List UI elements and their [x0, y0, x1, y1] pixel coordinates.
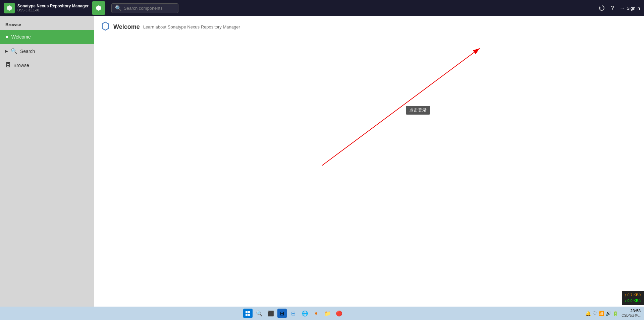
taskbar-shield-icon[interactable]: 🛡 [592, 311, 597, 316]
taskbar-chrome-icon[interactable]: ● [312, 309, 321, 318]
taskbar-battery-icon[interactable]: 🔋 [612, 311, 618, 316]
navbar: Sonatype Nexus Repository Manager OSS 3.… [0, 0, 644, 16]
taskbar-notification-icon[interactable]: 🔔 [585, 311, 591, 316]
taskbar-network-icon[interactable]: 📶 [598, 311, 604, 316]
sign-in-icon: → [620, 5, 625, 11]
taskbar-volume-icon[interactable]: 🔊 [605, 311, 611, 316]
taskbar: 🔍 ⬛ ⊞ ⊟ 🌐 ● 📁 🔴 🔔 🛡 📶 🔊 🔋 23:58 CSDN@任..… [0, 307, 644, 320]
brand-text: Sonatype Nexus Repository Manager OSS 3.… [17, 4, 89, 12]
taskbar-windows-icon[interactable] [243, 309, 253, 318]
refresh-button[interactable] [598, 5, 605, 11]
taskbar-app-icon[interactable]: 🔴 [334, 309, 344, 318]
main-layout: Browse ● Welcome ▶ 🔍 Search 🗄 Browse Wel… [0, 16, 644, 307]
search-icon: 🔍 [115, 5, 122, 11]
page-title: Welcome [113, 23, 140, 30]
annotation-callout: 点击登录 [406, 106, 430, 115]
expand-icon: ▶ [5, 49, 8, 53]
annotation-svg [94, 38, 644, 307]
svg-rect-1 [246, 311, 248, 313]
taskbar-time: 23:58 [622, 309, 641, 313]
annotation-line [322, 48, 480, 166]
svg-rect-3 [246, 314, 248, 316]
sidebar-item-label-search: Search [20, 49, 35, 54]
brand: Sonatype Nexus Repository Manager OSS 3.… [4, 3, 89, 13]
taskbar-search-icon[interactable]: 🔍 [255, 309, 264, 318]
taskbar-sys-icons: 🔔 🛡 📶 🔊 🔋 [585, 311, 618, 316]
content-body: 1 点击登录 [94, 38, 644, 307]
taskbar-widgets-icon[interactable]: ⊞ [277, 309, 287, 318]
search-icon: 🔍 [11, 48, 17, 54]
svg-rect-4 [248, 314, 250, 316]
taskbar-folder-icon[interactable]: 📁 [323, 309, 332, 318]
taskbar-icons: 🔍 ⬛ ⊞ ⊟ 🌐 ● 📁 🔴 [3, 309, 583, 318]
sign-in-button[interactable]: → Sign in [620, 5, 640, 11]
nav-right: ? → Sign in [598, 5, 640, 12]
content-header: Welcome Learn about Sonatype Nexus Repos… [94, 16, 644, 38]
sidebar-item-browse[interactable]: 🗄 Browse [0, 58, 94, 72]
search-bar[interactable]: 🔍 [111, 3, 178, 13]
browse-icon: 🗄 [5, 62, 11, 68]
brand-title: Sonatype Nexus Repository Manager [17, 4, 89, 8]
sidebar-item-label-welcome: Welcome [11, 34, 31, 40]
download-speed: ↓ 0.0 KB/s [625, 298, 641, 304]
annotation-callout-group: 1 点击登录 [406, 107, 413, 114]
main-content: Welcome Learn about Sonatype Nexus Repos… [94, 16, 644, 307]
sidebar-item-search[interactable]: ▶ 🔍 Search [0, 44, 94, 58]
sidebar-item-welcome[interactable]: ● Welcome [0, 30, 94, 44]
taskbar-edge-icon[interactable]: 🌐 [300, 309, 310, 318]
brand-icon [4, 3, 15, 13]
page-subtitle: Learn about Sonatype Nexus Repository Ma… [143, 24, 240, 29]
sidebar-section-title: Browse [0, 19, 94, 30]
taskbar-label: CSDN@任... [622, 313, 641, 318]
sidebar-item-label-browse: Browse [13, 63, 29, 68]
sidebar: Browse ● Welcome ▶ 🔍 Search 🗄 Browse [0, 16, 94, 307]
sign-in-label: Sign in [627, 6, 640, 11]
nav-cube-button[interactable] [92, 1, 105, 15]
taskbar-datetime: 23:58 CSDN@任... [622, 309, 641, 318]
search-input[interactable] [124, 6, 171, 11]
taskbar-right: 🔔 🛡 📶 🔊 🔋 23:58 CSDN@任... [585, 309, 641, 318]
welcome-icon: ● [5, 34, 9, 40]
taskbar-taskview-icon[interactable]: ⬛ [266, 309, 275, 318]
help-button[interactable]: ? [610, 5, 614, 12]
svg-rect-2 [248, 311, 250, 313]
taskbar-store-icon[interactable]: ⊟ [289, 309, 298, 318]
upload-speed: ↑ 0.7 KB/s [625, 292, 641, 298]
brand-version: OSS 3.31.1-01 [17, 8, 89, 12]
nexus-logo-icon [101, 21, 110, 33]
network-status: ↑ 0.7 KB/s ↓ 0.0 KB/s [622, 291, 644, 305]
